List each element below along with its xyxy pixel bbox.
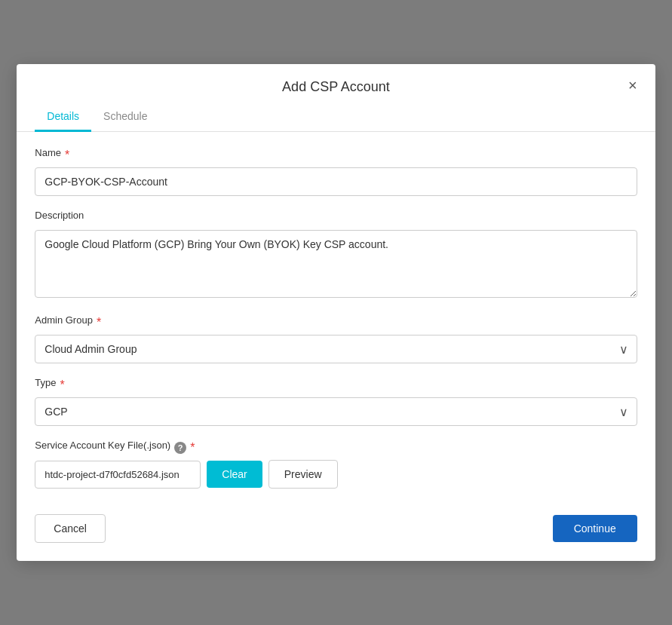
admin-group-label-row: Admin Group *	[35, 314, 637, 330]
type-label-row: Type *	[35, 377, 637, 393]
description-label: Description	[35, 210, 84, 221]
type-select[interactable]: GCP	[35, 397, 637, 426]
name-label-row: Name *	[35, 147, 637, 163]
close-button[interactable]: ×	[624, 76, 642, 94]
description-label-row: Description	[35, 210, 637, 225]
tab-details[interactable]: Details	[35, 103, 91, 132]
description-group: Description Google Cloud Platform (GCP) …	[35, 210, 637, 301]
type-select-wrapper: GCP ∨	[35, 397, 637, 426]
name-group: Name *	[35, 147, 637, 196]
service-key-label-row: Service Account Key File(.json) ? *	[35, 440, 637, 455]
modal-dialog: Add CSP Account × Details Schedule Name …	[17, 64, 655, 561]
service-key-required-indicator: *	[190, 441, 195, 455]
form-body: Name * Description Google Cloud Platform…	[17, 147, 655, 489]
type-label: Type	[35, 377, 56, 388]
name-required-indicator: *	[65, 149, 69, 162]
preview-button[interactable]: Preview	[268, 460, 338, 489]
admin-group-select[interactable]: Cloud Admin Group	[35, 335, 637, 363]
continue-button[interactable]: Continue	[553, 515, 637, 542]
type-required-indicator: *	[60, 378, 64, 392]
admin-group-label: Admin Group	[35, 314, 93, 326]
admin-group-required-indicator: *	[97, 316, 101, 329]
file-row: htdc-project-d7f0cfd52684.json Clear Pre…	[35, 460, 637, 489]
modal-title: Add CSP Account	[282, 79, 390, 95]
cancel-button[interactable]: Cancel	[35, 514, 106, 543]
clear-button[interactable]: Clear	[207, 461, 262, 488]
service-key-label: Service Account Key File(.json)	[35, 440, 170, 451]
admin-group-group: Admin Group * Cloud Admin Group ∨	[35, 314, 637, 363]
tabs-container: Details Schedule	[17, 103, 655, 132]
file-name-display: htdc-project-d7f0cfd52684.json	[35, 461, 201, 489]
service-key-group: Service Account Key File(.json) ? * htdc…	[35, 440, 637, 489]
name-label: Name	[35, 147, 61, 158]
name-input[interactable]	[35, 167, 637, 196]
type-group: Type * GCP ∨	[35, 377, 637, 426]
help-icon[interactable]: ?	[174, 442, 186, 454]
modal-header: Add CSP Account ×	[17, 64, 655, 103]
modal-overlay: Add CSP Account × Details Schedule Name …	[0, 0, 672, 625]
tab-schedule[interactable]: Schedule	[91, 103, 159, 132]
admin-group-select-wrapper: Cloud Admin Group ∨	[35, 335, 637, 363]
description-input[interactable]: Google Cloud Platform (GCP) Bring Your O…	[35, 230, 637, 298]
modal-footer: Cancel Continue	[17, 502, 655, 546]
